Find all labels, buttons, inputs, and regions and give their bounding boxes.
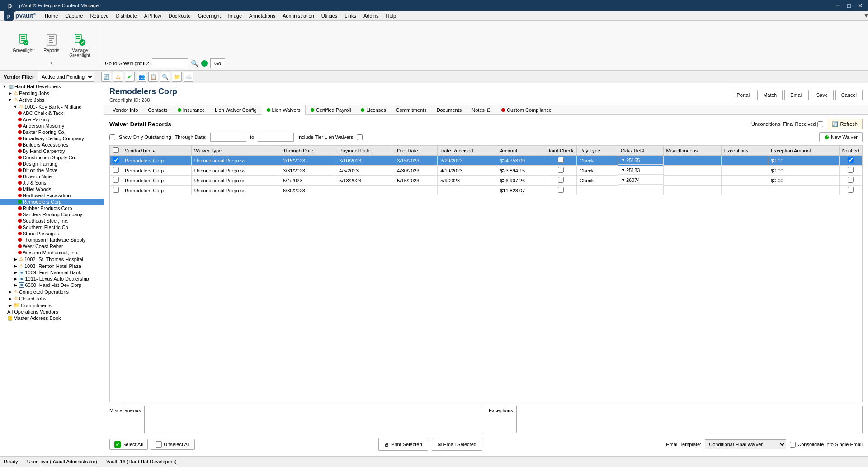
sidebar-item-baxter-flooring[interactable]: Baxter Flooring Co. [0,129,104,135]
include-tier-checkbox[interactable] [357,134,363,140]
row-notified[interactable] [839,186,862,195]
sidebar-item-closed-jobs[interactable]: ▶ ⚠ Closed Jobs [0,295,104,302]
menu-item-capture[interactable]: Capture [61,12,86,19]
row-checkbox[interactable] [113,177,119,183]
row-checkbox-cell[interactable] [110,166,122,176]
menu-item-administration[interactable]: Administration [279,12,318,19]
menu-item-retrieve[interactable]: Retrieve [86,12,112,19]
col-header-exception-amount[interactable]: Exception Amount [768,146,840,156]
cloud-toolbar-icon[interactable]: ☁️ [184,72,193,82]
tab-custom-compliance[interactable]: Custom Compliance [496,105,557,115]
email-selected-button[interactable]: ✉ Email Selected [432,438,482,451]
folder-toolbar-icon[interactable]: 📁 [172,72,182,82]
sidebar-item-sanders-roofing[interactable]: Sanders Roofing Company [0,211,104,218]
col-header-pay-type[interactable]: Pay Type [577,146,618,156]
sidebar-item-southern-electric[interactable]: Southern Electric Co. [0,224,104,230]
go-button[interactable]: Go [210,58,225,68]
joint-check-checkbox[interactable] [558,187,564,193]
sidebar-item-southeast-steel[interactable]: Southeast Steel, Inc. [0,218,104,224]
expand-job-1002[interactable]: ▶ [13,257,18,262]
row-notified[interactable] [839,176,862,186]
sidebar-item-job-1009[interactable]: ▶ ■ 1009- First National Bank [0,269,104,276]
search-icon-button[interactable]: 🔍 [191,60,198,67]
col-header-date-received[interactable]: Date Received [438,146,497,156]
expand-pending[interactable]: ▶ [7,91,13,96]
new-waiver-button[interactable]: ⊕ New Waiver [819,132,863,142]
table-row[interactable]: Remodelers Corp Unconditional Progress 2… [110,156,862,166]
joint-check-checkbox[interactable] [558,177,564,183]
row-checkbox[interactable] [113,157,119,163]
menu-item-home[interactable]: Home [41,12,61,19]
col-header-exceptions[interactable]: Exceptions [721,146,768,156]
sidebar-item-miller-woods[interactable]: Miller Woods [0,186,104,192]
menu-item-links[interactable]: Links [341,12,360,19]
sidebar-root[interactable]: ▼ 🏢 Hard Hat Developers [0,83,104,90]
sidebar-item-abc-chalk[interactable]: ABC Chalk & Tack [0,110,104,116]
expand-job-6000[interactable]: ▶ [13,282,18,288]
sidebar-item-anderson-masonry[interactable]: Anderson Masonry [0,123,104,129]
notified-checkbox[interactable] [848,177,854,183]
menu-item-docroute[interactable]: DocRoute [165,12,194,19]
ribbon-manage-greenlight-button[interactable]: ManageGreenlight [66,31,94,60]
users-toolbar-icon[interactable]: 👥 [137,72,146,82]
select-all-header-checkbox[interactable] [113,147,119,153]
sidebar-item-job-1003[interactable]: ▶ ⚠ 1003- Renton Hotel Plaza [0,262,104,269]
ribbon-greenlight-button[interactable]: Greenlight [9,31,37,60]
sidebar-item-jj-sons[interactable]: J.J & Sons [0,180,104,186]
expand-root[interactable]: ▼ [2,84,7,89]
menu-item-annotations[interactable]: Annotations [245,12,279,19]
checkmark-toolbar-icon[interactable]: ✔ [125,72,135,82]
sidebar-item-western-mechanical[interactable]: Western Mechanical, Inc. [0,249,104,256]
sidebar-item-by-hand-carpentry[interactable]: By Hand Carpentry [0,148,104,154]
sidebar-item-master-address-book[interactable]: 📒 Master Address Book [0,315,104,321]
maximize-button[interactable]: □ [844,1,854,10]
search-toolbar-icon[interactable]: 🔍 [160,72,170,82]
portal-button[interactable]: Portal [731,90,755,100]
close-button[interactable]: ✕ [855,1,864,10]
tab-licenses[interactable]: Licenses [356,105,391,115]
tab-documents[interactable]: Documents [432,105,467,115]
col-header-joint-check[interactable]: Joint Check [545,146,576,156]
email-template-dropdown[interactable]: Conditional Final Waiver Unconditional F… [705,439,786,449]
expand-job-1009[interactable]: ▶ [13,270,18,275]
consolidate-checkbox[interactable] [790,442,796,448]
col-header-amount[interactable]: Amount [497,146,545,156]
ribbon-reports-button[interactable]: Reports [39,31,64,60]
col-header-ck-ref[interactable]: Ck# / Ref# [618,146,663,156]
row-joint-check[interactable] [545,156,576,166]
sidebar-item-broadway-ceiling[interactable]: Broadway Ceiling Company [0,135,104,142]
vendor-filter-dropdown[interactable]: Active and Pending Active Pending Comple… [38,72,94,82]
warning-toolbar-icon[interactable]: ⚠ [113,72,123,82]
joint-check-checkbox[interactable] [558,167,564,173]
exceptions-textarea[interactable] [516,406,863,433]
joint-check-checkbox[interactable] [558,157,564,163]
row-checkbox-cell[interactable] [110,186,122,195]
sidebar-item-active-jobs[interactable]: ▼ ⚠ Active Jobs [0,96,104,103]
sidebar-item-commitments[interactable]: ▶ 📁 Commitments [0,302,104,309]
sidebar-item-dit-on-the-move[interactable]: Dit on the Move [0,167,104,173]
row-checkbox-cell[interactable] [110,156,122,166]
menu-item-image[interactable]: Image [224,12,245,19]
row-checkbox-cell[interactable] [110,176,122,186]
tab-certified-payroll[interactable]: Certified Payroll [306,105,356,115]
miscellaneous-textarea[interactable] [144,406,483,433]
sidebar-item-design-painting[interactable]: Design Painting [0,161,104,167]
tab-commitments[interactable]: Commitments [391,105,432,115]
sidebar-item-ace-parking[interactable]: Ace Parking [0,116,104,123]
col-header-notified[interactable]: Notified [839,146,862,156]
col-header-vendor-tier[interactable]: Vendor/Tier ▲ [122,146,192,156]
menu-item-help[interactable]: Help [382,12,400,19]
collapse-ribbon-button[interactable]: ▾ [864,11,868,19]
row-joint-check[interactable] [545,166,576,176]
tab-insurance[interactable]: Insurance [173,105,210,115]
unconditional-final-checkbox[interactable] [817,121,823,127]
goto-greenlight-input[interactable] [152,58,188,68]
tab-vendor-info[interactable]: Vendor Info [108,105,143,115]
col-header-miscellaneous[interactable]: Miscellaneous [663,146,721,156]
tab-notes[interactable]: Notes 🗒 [467,105,496,115]
sidebar-item-remodelers-corp[interactable]: Remodelers Corp [0,199,104,205]
through-date-to-input[interactable] [258,133,294,142]
row-checkbox[interactable] [113,167,119,173]
expand-completed[interactable]: ▶ [7,289,13,295]
col-header-waiver-type[interactable]: Waiver Type [191,146,280,156]
